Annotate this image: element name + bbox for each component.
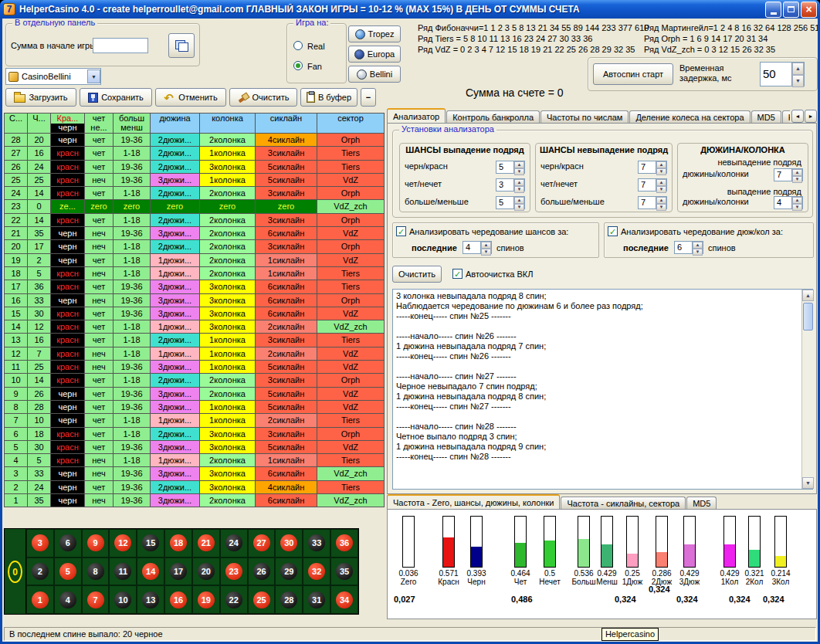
table-row[interactable]: 2716краснчет1-182дюжи...1колонка3сиклайн…: [5, 147, 385, 160]
spin-up-icon[interactable]: ▲: [481, 242, 491, 249]
table-header-cell[interactable]: С...: [5, 114, 28, 134]
autoclear-checkbox[interactable]: ✓: [452, 269, 463, 279]
analysis-log[interactable]: 3 колонка невыпадала подряд 8 спин; Набл…: [392, 289, 813, 490]
spin-arrows[interactable]: ▲▼: [791, 197, 802, 208]
board-cell-31[interactable]: 31: [303, 585, 330, 614]
spin-arrows[interactable]: ▲▼: [513, 161, 524, 173]
undo-button[interactable]: Отменить: [155, 88, 226, 107]
table-row[interactable]: 1530краснчет19-363дюжи...3колонка6сиклай…: [5, 307, 385, 320]
table-header-cell[interactable]: сиклайн: [256, 114, 317, 134]
board-cell-10[interactable]: 10: [109, 585, 137, 614]
board-zero-cell[interactable]: 0: [5, 529, 26, 614]
table-row[interactable]: 2525красннеч19-363дюжи...1колонка5сиклай…: [5, 174, 385, 187]
tab-scroll-left-button[interactable]: ◄: [791, 110, 804, 123]
board-cell-4[interactable]: 4: [54, 585, 82, 614]
log-clear-button[interactable]: Очистить: [392, 266, 442, 283]
tab-1[interactable]: Контроль банкролла: [446, 110, 540, 123]
spin-up-icon[interactable]: ▲: [656, 179, 666, 186]
spin-up-icon[interactable]: ▲: [656, 197, 666, 204]
analyzer-spinner[interactable]: 4▲▼: [774, 196, 803, 209]
spin-down-icon[interactable]: ▼: [792, 75, 804, 87]
copy-buffer-button[interactable]: В буфер: [300, 88, 357, 107]
dozens-spins-spinner[interactable]: 6 ▲▼: [674, 241, 703, 254]
save-button[interactable]: Сохранить: [80, 88, 152, 107]
chances-spins-spinner[interactable]: 4 ▲▼: [463, 241, 492, 254]
board-cell-7[interactable]: 7: [82, 585, 110, 614]
minimize-button[interactable]: [765, 2, 781, 18]
spin-down-icon[interactable]: ▼: [514, 168, 524, 175]
board-cell-1[interactable]: 1: [26, 585, 54, 614]
tab-0[interactable]: Частота - Zero, шансы, дюжины, колонки: [387, 494, 560, 509]
board-cell-6[interactable]: 6: [54, 529, 82, 558]
board-cell-24[interactable]: 24: [220, 529, 248, 558]
scroll-up-icon[interactable]: ▲: [802, 290, 814, 301]
spin-down-icon[interactable]: ▼: [481, 249, 491, 256]
board-cell-11[interactable]: 11: [109, 558, 137, 586]
autospin-start-button[interactable]: Автоспин старт: [593, 63, 673, 85]
table-row[interactable]: 127красннеч1-181дюжи...1колонка2сиклайнV…: [5, 347, 385, 361]
table-row[interactable]: 710чернчет1-181дюжи...1колонка2сиклайнTi…: [5, 414, 385, 427]
close-button[interactable]: ×: [801, 2, 817, 18]
spin-down-icon[interactable]: ▼: [792, 204, 802, 211]
tropez-button[interactable]: Tropez: [348, 25, 401, 42]
table-row[interactable]: 2214краснчет1-182дюжи...2колонка3сиклайн…: [5, 214, 385, 227]
analyzer-spinner[interactable]: 7▲▼: [638, 196, 667, 209]
board-cell-32[interactable]: 32: [303, 558, 330, 586]
alternation-chances-checkbox[interactable]: ✓: [396, 226, 406, 236]
board-cell-14[interactable]: 14: [137, 558, 164, 586]
table-row[interactable]: 185красннеч1-181дюжи...2колонка1сиклайнT…: [5, 267, 385, 280]
alternation-dozens-checkbox[interactable]: ✓: [608, 226, 618, 236]
table-row[interactable]: 2820чернчет19-362дюжи...2колонка4сиклайн…: [5, 134, 385, 147]
table-row[interactable]: 1736краснчет19-363дюжи...3колонка6сиклай…: [5, 280, 385, 293]
spin-down-icon[interactable]: ▼: [656, 204, 666, 211]
table-row[interactable]: 1633черннеч19-363дюжи...3колонка6сиклайн…: [5, 294, 385, 307]
spin-arrows[interactable]: ▲▼: [656, 161, 666, 173]
chevron-down-icon[interactable]: ▼: [87, 69, 100, 83]
table-row[interactable]: 618краснчет1-182дюжи...3колонка3сиклайнO…: [5, 428, 385, 441]
tab-3[interactable]: Деление колеса на сектора: [629, 110, 750, 123]
tab-0[interactable]: Анализатор: [387, 108, 446, 123]
board-cell-27[interactable]: 27: [248, 529, 276, 558]
board-cell-33[interactable]: 33: [303, 529, 330, 558]
analyzer-spinner[interactable]: 7▲▼: [774, 168, 803, 181]
spin-up-icon[interactable]: ▲: [514, 197, 524, 204]
radio-real[interactable]: [293, 41, 303, 50]
board-cell-25[interactable]: 25: [248, 585, 276, 614]
spin-arrows[interactable]: ▲▼: [656, 197, 666, 208]
board-cell-23[interactable]: 23: [220, 558, 248, 586]
tab-scroll-right-button[interactable]: ►: [805, 110, 817, 123]
table-row[interactable]: 828чернчет19-363дюжи...1колонка5сиклайнV…: [5, 401, 385, 414]
log-scrollbar[interactable]: ▲ ▼: [801, 290, 814, 489]
board-cell-12[interactable]: 12: [109, 529, 137, 558]
analyzer-spinner[interactable]: 5▲▼: [496, 161, 525, 174]
table-row[interactable]: 2135черннеч19-363дюжи...2колонка6сиклайн…: [5, 227, 385, 240]
analyzer-spinner[interactable]: 7▲▼: [638, 161, 667, 174]
spin-down-icon[interactable]: ▼: [693, 249, 703, 256]
board-cell-26[interactable]: 26: [248, 558, 276, 586]
spin-down-icon[interactable]: ▼: [792, 176, 802, 183]
table-row[interactable]: 135черннеч19-363дюжи...2колонка6сиклайнV…: [5, 494, 385, 507]
collapse-button[interactable]: −: [361, 88, 376, 107]
table-row[interactable]: 333черннеч19-363дюжи...3колонка6сиклайнV…: [5, 467, 385, 480]
load-button[interactable]: Загрузить: [5, 88, 76, 107]
board-cell-5[interactable]: 5: [54, 558, 82, 586]
maximize-button[interactable]: [783, 2, 799, 18]
table-row[interactable]: 230ze...zerozerozerozerozeroVdZ_zch: [5, 200, 385, 213]
table-row[interactable]: 530краснчет19-363дюжи...3колонка5сиклайн…: [5, 441, 385, 454]
table-header-cell[interactable]: Ч...: [28, 114, 51, 134]
spin-up-icon[interactable]: ▲: [792, 63, 804, 75]
spin-arrows[interactable]: ▲▼: [513, 197, 524, 208]
analyzer-spinner[interactable]: 5▲▼: [496, 196, 525, 209]
board-cell-9[interactable]: 9: [82, 529, 110, 558]
spin-down-icon[interactable]: ▼: [514, 204, 524, 211]
table-row[interactable]: 2017черннеч1-182дюжи...2колонка3сиклайнO…: [5, 240, 385, 253]
table-row[interactable]: 1014краснчет1-182дюжи...2колонка3сиклайн…: [5, 374, 385, 387]
table-row[interactable]: 1412краснчет1-181дюжи...3колонка2сиклайн…: [5, 320, 385, 334]
board-cell-13[interactable]: 13: [137, 585, 164, 614]
table-row[interactable]: 1125красннеч19-363дюжи...1колонка5сиклай…: [5, 361, 385, 374]
table-header-cell[interactable]: колонка: [200, 114, 256, 134]
board-cell-18[interactable]: 18: [164, 529, 192, 558]
tab-1[interactable]: Частота - сиклайны, сектора: [561, 497, 686, 509]
board-cell-21[interactable]: 21: [192, 529, 220, 558]
board-cell-36[interactable]: 36: [330, 529, 358, 558]
